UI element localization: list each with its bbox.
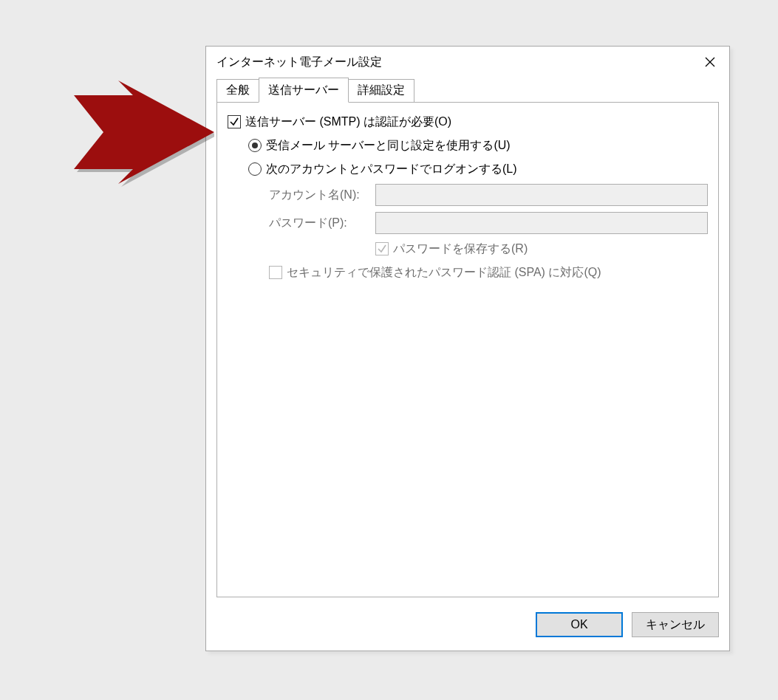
dialog-buttons: OK キャンセル: [206, 608, 729, 651]
svg-marker-3: [74, 80, 214, 184]
password-input: [375, 212, 708, 234]
spa-row: セキュリティで保護されたパスワード認証 (SPA) に対応(Q): [228, 264, 708, 281]
tab-panel-outgoing: 送信サーバー (SMTP) は認証が必要(O) 受信メール サーバーと同じ設定を…: [216, 102, 719, 597]
remember-password-label: パスワードを保存する(R): [393, 241, 528, 257]
account-name-label: アカウント名(N):: [269, 188, 375, 203]
close-icon: [705, 57, 715, 67]
same-as-incoming-row: 受信メール サーバーと同じ設定を使用する(U): [228, 137, 708, 154]
logon-with-account-radio[interactable]: [248, 162, 262, 176]
spa-checkbox: [269, 266, 282, 279]
email-settings-dialog: インターネット電子メール設定 全般 送信サーバー 詳細設定 送信サーバー (SM…: [205, 46, 730, 651]
remember-password-row: パスワードを保存する(R): [228, 240, 708, 258]
dialog-title: インターネット電子メール設定: [216, 55, 691, 70]
password-row: パスワード(P):: [228, 212, 708, 234]
same-as-incoming-label: 受信メール サーバーと同じ設定を使用する(U): [266, 138, 511, 154]
smtp-auth-label: 送信サーバー (SMTP) は認証が必要(O): [245, 114, 451, 130]
account-name-input: [375, 184, 708, 206]
smtp-auth-checkbox[interactable]: [228, 115, 241, 128]
close-button[interactable]: [691, 47, 729, 78]
account-name-row: アカウント名(N):: [228, 184, 708, 206]
annotation-arrow-icon: [66, 77, 214, 195]
svg-marker-2: [77, 83, 214, 187]
tab-advanced[interactable]: 詳細設定: [348, 79, 414, 103]
ok-button[interactable]: OK: [536, 612, 623, 637]
check-icon: [229, 117, 239, 127]
tab-general[interactable]: 全般: [216, 79, 259, 103]
titlebar: インターネット電子メール設定: [206, 47, 729, 78]
logon-with-account-label: 次のアカウントとパスワードでログオンする(L): [266, 162, 517, 177]
remember-password-checkbox: [375, 242, 389, 255]
radio-dot-icon: [252, 143, 258, 148]
tab-outgoing-server[interactable]: 送信サーバー: [259, 78, 349, 103]
smtp-auth-row: 送信サーバー (SMTP) は認証が必要(O): [228, 113, 708, 131]
logon-with-account-row: 次のアカウントとパスワードでログオンする(L): [228, 160, 708, 178]
password-label: パスワード(P):: [269, 216, 375, 231]
tab-strip: 全般 送信サーバー 詳細設定: [216, 79, 719, 103]
same-as-incoming-radio[interactable]: [248, 139, 262, 152]
spa-label: セキュリティで保護されたパスワード認証 (SPA) に対応(Q): [287, 265, 601, 281]
cancel-button[interactable]: キャンセル: [632, 612, 719, 637]
check-icon: [377, 244, 387, 254]
